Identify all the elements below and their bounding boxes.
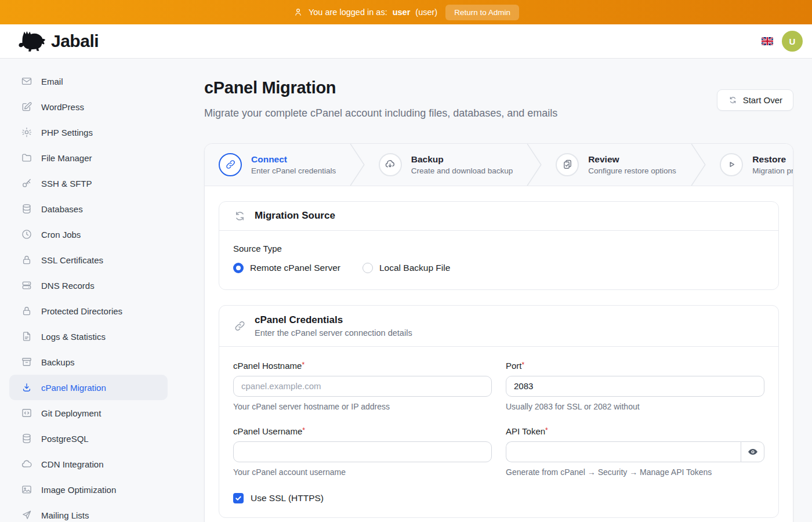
pencil-square-icon <box>21 101 32 113</box>
sidebar-item-label: Mailing Lists <box>41 510 89 520</box>
sidebar-item-label: SSH & SFTP <box>41 179 92 188</box>
database-icon <box>21 433 32 444</box>
step-restore: Restore Migration progress <box>706 144 793 186</box>
sidebar-item-file-manager[interactable]: File Manager <box>9 145 168 171</box>
page-subtitle: Migrate your complete cPanel account inc… <box>204 106 557 122</box>
boar-logo-icon <box>16 30 46 52</box>
step-subtitle: Migration progress <box>752 166 793 175</box>
refresh-icon <box>728 95 738 105</box>
server-icon <box>21 280 32 291</box>
sidebar-item-image-optimization[interactable]: Image Optimization <box>9 477 168 502</box>
step-review: Review Configure restore options <box>542 144 691 186</box>
database-icon <box>21 203 32 215</box>
sidebar-item-cdn-integration[interactable]: CDN Integration <box>9 451 168 477</box>
port-label: Port <box>506 361 522 371</box>
sidebar-item-label: Protected Directories <box>41 306 122 316</box>
source-type-label: Source Type <box>233 244 764 253</box>
sidebar-item-label: Email <box>41 77 63 86</box>
return-to-admin-button[interactable]: Return to Admin <box>445 5 519 20</box>
credentials-title: cPanel Credentials <box>255 314 412 326</box>
use-ssl-checkbox-row[interactable]: Use SSL (HTTPS) <box>233 493 764 503</box>
code-icon <box>21 407 32 419</box>
logged-in-username: user <box>393 8 411 17</box>
radio-remote-cpanel-server[interactable]: Remote cPanel Server <box>233 263 340 273</box>
sidebar-item-ssh-sftp[interactable]: SSH & SFTP <box>9 171 168 196</box>
field-port: Port* Usually 2083 for SSL or 2082 witho… <box>506 361 764 411</box>
toggle-token-visibility-button[interactable] <box>741 441 764 462</box>
page-title: cPanel Migration <box>204 78 557 97</box>
required-asterisk: * <box>522 361 525 369</box>
credentials-subtitle: Enter the cPanel server connection detai… <box>255 328 412 338</box>
logged-in-role: (user) <box>415 8 437 17</box>
sidebar-item-dns-records[interactable]: DNS Records <box>9 273 168 298</box>
sidebar-item-label: Git Deployment <box>41 408 101 418</box>
required-asterisk: * <box>302 426 305 434</box>
sidebar-item-git-deployment[interactable]: Git Deployment <box>9 400 168 426</box>
sidebar-item-cpanel-migration[interactable]: cPanel Migration <box>9 375 168 400</box>
radio-label: Local Backup File <box>379 263 450 273</box>
checkbox-checked-icon[interactable] <box>233 493 244 503</box>
sidebar-item-label: PHP Settings <box>41 128 93 137</box>
step-subtitle: Configure restore options <box>588 166 676 175</box>
sidebar-item-wordpress[interactable]: WordPress <box>9 94 168 119</box>
sidebar-item-label: Backups <box>41 357 75 367</box>
sidebar-item-logs-statistics[interactable]: Logs & Statistics <box>9 324 168 349</box>
username-input[interactable] <box>233 441 492 462</box>
sidebar-item-mailing-lists[interactable]: Mailing Lists <box>9 502 168 522</box>
radio-local-backup-file[interactable]: Local Backup File <box>362 263 450 273</box>
main-content: cPanel Migration Migrate your complete c… <box>177 59 812 522</box>
sidebar-nav: Email WordPress PHP Settings File Manage… <box>0 59 177 522</box>
link-icon <box>233 319 246 333</box>
api-token-help: Generate from cPanel → Security → Manage… <box>506 467 764 477</box>
sidebar-item-php-settings[interactable]: PHP Settings <box>9 119 168 145</box>
sidebar-item-backups[interactable]: Backups <box>9 349 168 375</box>
archive-icon <box>21 356 32 368</box>
cpanel-credentials-section: cPanel Credentials Enter the cPanel serv… <box>219 305 779 518</box>
logged-in-status: You are logged in as: user (user) <box>293 7 437 17</box>
cog-icon <box>21 126 32 138</box>
step-title: Restore <box>752 154 793 165</box>
sidebar-item-email[interactable]: Email <box>9 68 168 94</box>
document-icon <box>21 331 32 342</box>
sidebar-item-databases[interactable]: Databases <box>9 196 168 222</box>
step-title: Connect <box>251 154 336 165</box>
app-header: Jabali U <box>0 24 812 59</box>
folder-icon <box>21 152 32 164</box>
port-help: Usually 2083 for SSL or 2082 without <box>506 402 764 411</box>
username-help: Your cPanel account username <box>233 467 492 477</box>
step-backup: Backup Create and download backup <box>365 144 527 186</box>
hostname-input[interactable] <box>233 376 492 397</box>
brand-name: Jabali <box>51 31 99 51</box>
sidebar-item-label: cPanel Migration <box>41 383 106 393</box>
sidebar-item-label: Databases <box>41 204 83 214</box>
api-token-input[interactable] <box>506 441 741 462</box>
start-over-button[interactable]: Start Over <box>717 89 793 111</box>
language-flag-icon[interactable] <box>762 37 773 45</box>
envelope-icon <box>21 75 32 87</box>
admin-session-bar: You are logged in as: user (user) Return… <box>0 0 812 24</box>
api-token-label: API Token <box>506 426 545 436</box>
sidebar-item-label: DNS Records <box>41 281 95 291</box>
migration-source-section: Migration Source Source Type Remote cPan… <box>219 201 779 290</box>
step-separator <box>350 144 365 186</box>
lock-icon <box>21 254 32 266</box>
sidebar-item-postgresql[interactable]: PostgreSQL <box>9 426 168 451</box>
port-input[interactable] <box>506 376 764 397</box>
step-separator <box>691 144 706 186</box>
cloud-icon <box>21 458 32 470</box>
migration-source-title: Migration Source <box>255 210 335 222</box>
eye-icon <box>747 446 759 458</box>
download-tray-icon <box>21 382 32 393</box>
sidebar-item-protected-directories[interactable]: Protected Directories <box>9 298 168 324</box>
sidebar-item-cron-jobs[interactable]: Cron Jobs <box>9 222 168 247</box>
wizard-stepper: Connect Enter cPanel credentials Backup … <box>205 144 793 186</box>
logged-in-text: You are logged in as: <box>309 8 387 17</box>
radio-unselected-icon[interactable] <box>362 263 373 273</box>
sidebar-item-ssl-certificates[interactable]: SSL Certificates <box>9 247 168 273</box>
person-icon <box>293 7 303 17</box>
start-over-label: Start Over <box>743 95 782 105</box>
user-avatar[interactable]: U <box>782 31 803 52</box>
radio-selected-icon[interactable] <box>233 263 244 273</box>
sidebar-item-label: Logs & Statistics <box>41 332 106 342</box>
clock-icon <box>21 229 32 240</box>
